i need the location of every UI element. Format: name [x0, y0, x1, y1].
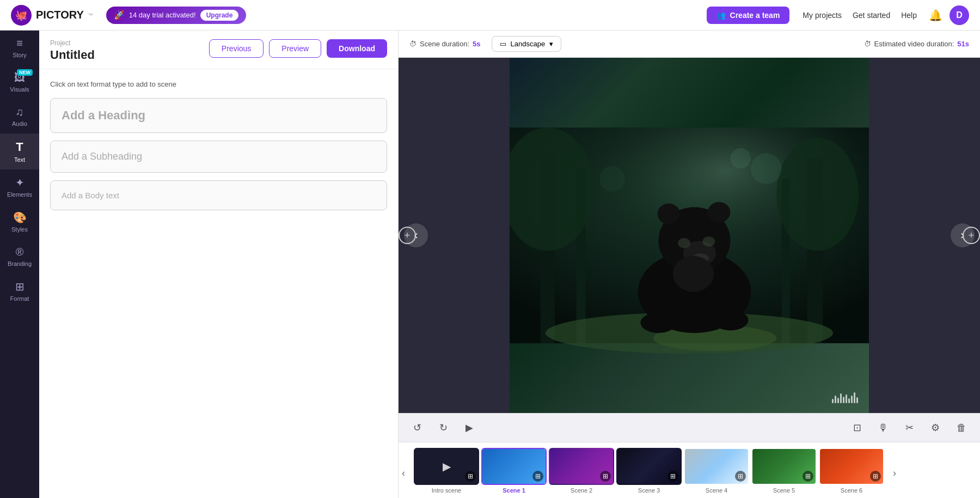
- sidebar-label-audio: Audio: [12, 120, 27, 127]
- scene6-layers-btn[interactable]: ⊞: [870, 471, 881, 482]
- scene4-layers-btn[interactable]: ⊞: [735, 471, 746, 482]
- clock-icon: ⏱: [409, 40, 416, 48]
- image-preview-wrapper: + ‹: [399, 58, 980, 413]
- estimated-label: Estimated video duration:: [874, 40, 954, 48]
- create-team-icon: 👥: [716, 11, 726, 20]
- scene3-thumb[interactable]: ⊞: [616, 448, 682, 485]
- play-button[interactable]: ▶: [460, 418, 479, 438]
- sidebar-label-styles: Styles: [11, 226, 28, 233]
- sidebar-item-text[interactable]: T Text: [0, 133, 39, 169]
- svg-point-24: [712, 310, 748, 331]
- sidebar-item-visuals[interactable]: 🖼 Visuals NEW: [0, 65, 39, 99]
- help-link[interactable]: Help: [901, 11, 917, 20]
- timeline-scroll: 👁‍🗨 ▶ ⊞ Intro scene: [408, 448, 890, 498]
- sidebar-item-audio[interactable]: ♫ Audio: [0, 99, 39, 133]
- notifications-icon[interactable]: 🔔: [928, 8, 943, 23]
- scene5-layers-btn[interactable]: ⊞: [803, 471, 813, 482]
- timeline-scroll-left[interactable]: ‹: [399, 467, 408, 479]
- download-button[interactable]: Download: [327, 39, 387, 58]
- audio-bar: [856, 397, 858, 403]
- timeline-scene-3[interactable]: ⊞ Scene 3: [616, 448, 682, 494]
- action-buttons: Previous Preview Download: [209, 39, 387, 58]
- content-header: Project Untitled Previous Preview Downlo…: [39, 31, 398, 69]
- intro-scene-label: Intro scene: [432, 487, 461, 494]
- logo-icon: 🐙: [11, 5, 32, 26]
- scene2-thumb[interactable]: ⊞: [549, 448, 614, 485]
- timeline-scroll-right[interactable]: ›: [890, 467, 899, 479]
- timeline-scene-6[interactable]: ⊞ Scene 6: [819, 448, 884, 494]
- audio-bar: [848, 398, 850, 403]
- delete-button[interactable]: 🗑: [952, 418, 971, 438]
- previous-button[interactable]: Previous: [209, 39, 264, 58]
- format-icon: ⊞: [15, 280, 24, 293]
- timeline-scene-2[interactable]: ⊞ Scene 2: [549, 448, 614, 494]
- preview-area: ⏱ Scene duration: 5s ▭ Landscape ▾ ⏱ Est…: [399, 31, 980, 498]
- top-navigation: 🐙 PICTORY ™ 🚀 14 day trial activated! Up…: [0, 0, 980, 31]
- sidebar-item-story[interactable]: ≡ Story: [0, 31, 39, 65]
- audio-icon: ♫: [16, 106, 24, 118]
- timeline-scene-5[interactable]: ⊞ Scene 5: [751, 448, 817, 494]
- add-body-box[interactable]: Add a Body text: [50, 180, 387, 210]
- sidebar-item-elements[interactable]: ✦ Elements: [0, 169, 39, 204]
- add-scene-left-button[interactable]: +: [399, 227, 416, 244]
- scene1-thumb[interactable]: ⊞: [481, 448, 547, 485]
- preview-button[interactable]: Preview: [269, 39, 321, 58]
- microphone-button[interactable]: 🎙: [873, 418, 893, 438]
- settings-button[interactable]: ⚙: [926, 418, 945, 438]
- scene1-label: Scene 1: [503, 487, 525, 494]
- intro-scene-layers-btn[interactable]: ⊞: [465, 471, 476, 482]
- scene-duration-label: Scene duration:: [420, 40, 469, 48]
- sidebar-item-branding[interactable]: ® Branding: [0, 239, 39, 274]
- add-heading-box[interactable]: Add a Heading: [50, 98, 387, 133]
- orientation-label: Landscape: [511, 40, 546, 48]
- cut-button[interactable]: ✂: [899, 418, 919, 438]
- undo-button[interactable]: ↺: [407, 418, 427, 438]
- redo-button[interactable]: ↻: [433, 418, 453, 438]
- instruction-text: Click on text format type to add to scen…: [50, 80, 387, 88]
- sidebar-item-styles[interactable]: 🎨 Styles: [0, 204, 39, 239]
- captions-button[interactable]: ⊡: [847, 418, 867, 438]
- main-layout: ≡ Story 🖼 Visuals NEW ♫ Audio T Text ✦ E…: [0, 31, 980, 498]
- elements-icon: ✦: [15, 176, 24, 189]
- trial-badge: 🚀 14 day trial activated! Upgrade: [106, 7, 247, 24]
- scene3-thumb-wrapper: ⊞: [616, 448, 682, 485]
- sidebar-item-format[interactable]: ⊞ Format: [0, 274, 39, 308]
- sidebar-label-format: Format: [10, 295, 29, 302]
- scene5-thumb[interactable]: ⊞: [751, 448, 817, 485]
- create-team-label: Create a team: [730, 11, 780, 20]
- upgrade-button[interactable]: Upgrade: [200, 10, 239, 21]
- get-started-link[interactable]: Get started: [853, 11, 890, 20]
- svg-point-25: [673, 256, 714, 292]
- svg-point-9: [776, 138, 859, 251]
- timeline-scene-1[interactable]: ⊞ Scene 1: [481, 448, 547, 494]
- scene1-layers-btn[interactable]: ⊞: [532, 471, 543, 482]
- timeline-scene-intro[interactable]: 👁‍🗨 ▶ ⊞ Intro scene: [414, 448, 479, 494]
- orientation-select[interactable]: ▭ Landscape ▾: [492, 36, 562, 52]
- project-label: Project: [50, 39, 209, 47]
- timeline-scene-4[interactable]: ⊞ Scene 4: [684, 448, 749, 494]
- scene2-layers-btn[interactable]: ⊞: [600, 471, 611, 482]
- svg-point-21: [678, 238, 690, 248]
- svg-point-12: [599, 166, 625, 192]
- sidebar-label-elements: Elements: [7, 191, 32, 198]
- heading-placeholder: Add a Heading: [62, 108, 145, 122]
- my-projects-link[interactable]: My projects: [803, 11, 842, 20]
- scene6-thumb[interactable]: ⊞: [819, 448, 884, 485]
- timeline-container: ‹ 👁‍🗨 ▶ ⊞ Intro scene: [399, 448, 980, 498]
- add-subheading-box[interactable]: Add a Subheading: [50, 141, 387, 173]
- scene3-layers-btn[interactable]: ⊞: [667, 471, 678, 482]
- audio-bar: [846, 394, 847, 403]
- audio-bar: [837, 398, 839, 403]
- logo[interactable]: 🐙 PICTORY ™: [11, 5, 93, 26]
- body-placeholder: Add a Body text: [62, 191, 119, 200]
- sidebar-label-story: Story: [13, 52, 27, 58]
- svg-point-23: [640, 312, 676, 333]
- user-avatar[interactable]: D: [950, 5, 969, 25]
- scene6-label: Scene 6: [841, 487, 862, 494]
- project-title: Untitled: [50, 48, 209, 62]
- intro-scene-thumb[interactable]: ▶ ⊞: [414, 448, 479, 485]
- content-panel: Project Untitled Previous Preview Downlo…: [39, 31, 399, 498]
- add-scene-right-button[interactable]: +: [963, 227, 980, 244]
- scene4-thumb[interactable]: ⊞: [684, 448, 749, 485]
- create-team-button[interactable]: 👥 Create a team: [707, 7, 790, 24]
